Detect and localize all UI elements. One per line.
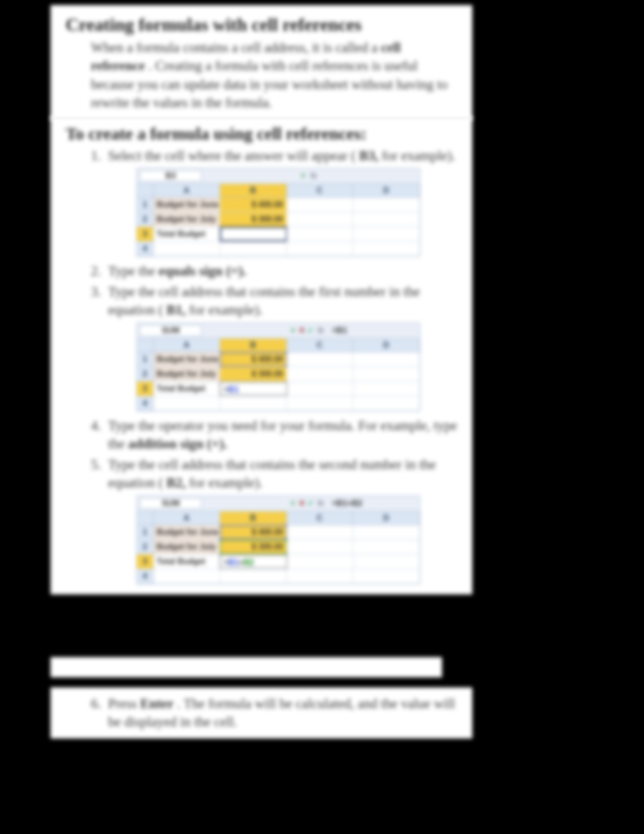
table-row: 2 Budget for July $ 300.00 bbox=[137, 212, 420, 227]
white-strip bbox=[51, 657, 442, 677]
cell-D3 bbox=[354, 382, 420, 396]
fx-icon: fx bbox=[309, 171, 319, 180]
cell-A1: Budget for June bbox=[154, 198, 220, 212]
cell-C1 bbox=[287, 352, 354, 366]
step-text: Type the operator you need for your form… bbox=[108, 416, 457, 453]
cell-B3-selected bbox=[220, 227, 287, 241]
step-text: Select the cell where the answer will ap… bbox=[108, 147, 457, 165]
cell-D3 bbox=[354, 554, 420, 569]
dropdown-icon: ▾ bbox=[289, 498, 296, 508]
step-text-c: for example). bbox=[189, 302, 262, 317]
cell-D4 bbox=[353, 569, 420, 583]
excel-screenshot-3: SUM ▾ ✕ ✓ fx =B1+B2 A B C D bbox=[136, 495, 420, 584]
cell-A3: Total Budget bbox=[154, 382, 220, 396]
formula-ref-b1: B1 bbox=[228, 385, 238, 394]
step-bold: B2, bbox=[166, 475, 185, 490]
cell-C3 bbox=[287, 382, 354, 396]
col-B: B bbox=[220, 512, 287, 525]
step-number: 6. bbox=[91, 694, 108, 731]
table-row: 3 Total Budget bbox=[137, 227, 420, 242]
step-6: 6. Press Enter . The formula will be cal… bbox=[91, 694, 457, 731]
step-5: 5. Type the cell address that contains t… bbox=[91, 455, 457, 492]
namebox-row: SUM ▾ ✕ ✓ fx =B1+B2 bbox=[137, 496, 420, 512]
namebox-row: B3 ▾ fx bbox=[137, 168, 420, 184]
document-page: Creating formulas with cell references W… bbox=[0, 0, 644, 834]
cell-D3 bbox=[353, 227, 420, 241]
cell-A2: Budget for July bbox=[154, 212, 220, 226]
intro-paragraph: When a formula contains a cell address, … bbox=[91, 38, 457, 112]
step-number: 5. bbox=[91, 455, 108, 492]
row-1-header: 1 bbox=[137, 198, 154, 212]
step-text: Type the cell address that contains the … bbox=[108, 283, 457, 319]
select-all-corner bbox=[137, 512, 154, 525]
cell-A4 bbox=[154, 396, 220, 410]
cell-B3-editing: =B1+B2 bbox=[220, 554, 287, 569]
cell-D1 bbox=[353, 352, 420, 366]
name-box: SUM bbox=[140, 325, 202, 336]
formula-controls: ✕ ✓ fx bbox=[299, 326, 329, 335]
row-4-header: 4 bbox=[137, 242, 154, 256]
formula-ref-b1: B1 bbox=[228, 558, 238, 567]
cell-C1 bbox=[287, 198, 354, 212]
step-2: 2. Type the equals sign (=). bbox=[91, 262, 457, 280]
cell-B2: $ 300.00 bbox=[220, 212, 287, 226]
col-C: C bbox=[287, 512, 354, 525]
cancel-icon: ✕ bbox=[299, 326, 305, 335]
row-3-header: 3 bbox=[137, 554, 154, 569]
column-header-row: A B C D bbox=[137, 339, 420, 352]
step-1: 1. Select the cell where the answer will… bbox=[91, 147, 457, 165]
row-3-header: 3 bbox=[137, 227, 154, 241]
column-header-row: A B C D bbox=[137, 512, 420, 525]
step-text-a: Type the cell address that contains the … bbox=[108, 457, 436, 490]
row-1-header: 1 bbox=[137, 525, 154, 539]
table-row: 1 Budget for June $ 400.00 bbox=[137, 352, 420, 367]
col-D: D bbox=[353, 339, 420, 352]
row-2-header: 2 bbox=[137, 212, 154, 226]
heading-1: Creating formulas with cell references bbox=[66, 14, 457, 35]
table-row: 2 Budget for July $ 300.00 bbox=[137, 367, 420, 382]
cell-D4 bbox=[353, 396, 420, 410]
name-box: SUM bbox=[140, 498, 202, 509]
cell-C3 bbox=[287, 227, 354, 241]
step-text-a: Type the cell address that contains the … bbox=[108, 284, 420, 317]
cell-D2 bbox=[353, 367, 420, 381]
cell-D2 bbox=[353, 212, 420, 226]
dropdown-icon: ▾ bbox=[289, 326, 296, 336]
table-row: 2 Budget for July $ 300.00 bbox=[137, 540, 420, 554]
step-number: 4. bbox=[91, 416, 108, 453]
cell-D1 bbox=[353, 198, 420, 212]
intro-text: When a formula contains a cell address, … bbox=[91, 40, 381, 55]
cell-D4 bbox=[353, 242, 420, 256]
column-header-row: A B C D bbox=[137, 184, 420, 198]
formula-ref-b2: B2 bbox=[243, 558, 254, 567]
cell-C2 bbox=[287, 540, 354, 554]
excel-screenshot-1: B3 ▾ fx A B C D 1 Budget for June $ 400.… bbox=[136, 168, 420, 257]
namebox-row: SUM ▾ ✕ ✓ fx =B1 bbox=[137, 323, 420, 339]
table-row: 4 bbox=[137, 242, 420, 256]
step-6-block: 6. Press Enter . The formula will be cal… bbox=[51, 687, 472, 738]
ordered-list: 1. Select the cell where the answer will… bbox=[91, 147, 457, 584]
select-all-corner bbox=[137, 184, 154, 197]
col-D: D bbox=[353, 512, 420, 525]
row-1-header: 1 bbox=[137, 352, 154, 366]
step-bold: B1, bbox=[166, 302, 185, 317]
row-4-header: 4 bbox=[137, 396, 154, 410]
step-bold: addition sign (+). bbox=[128, 436, 227, 451]
cell-C2 bbox=[287, 212, 354, 226]
col-A: A bbox=[154, 512, 220, 525]
cell-A4 bbox=[154, 242, 220, 256]
fx-icon: fx bbox=[316, 499, 326, 508]
cell-A1: Budget for June bbox=[154, 352, 220, 366]
formula-controls: ✕ ✓ fx bbox=[299, 498, 329, 508]
col-C: C bbox=[287, 184, 354, 197]
cell-B1: $ 400.00 bbox=[220, 198, 287, 212]
step-text-a: Type the bbox=[108, 263, 159, 279]
formula-plus: + bbox=[239, 558, 243, 567]
table-row: 4 bbox=[137, 396, 420, 411]
col-A: A bbox=[154, 184, 220, 197]
cell-A2: Budget for July bbox=[154, 367, 220, 381]
step-text: Press Enter . The formula will be calcul… bbox=[108, 694, 457, 731]
formula-bar: =B1 bbox=[329, 326, 420, 335]
step-text-a: Press bbox=[108, 696, 140, 711]
cell-C4 bbox=[287, 396, 354, 410]
